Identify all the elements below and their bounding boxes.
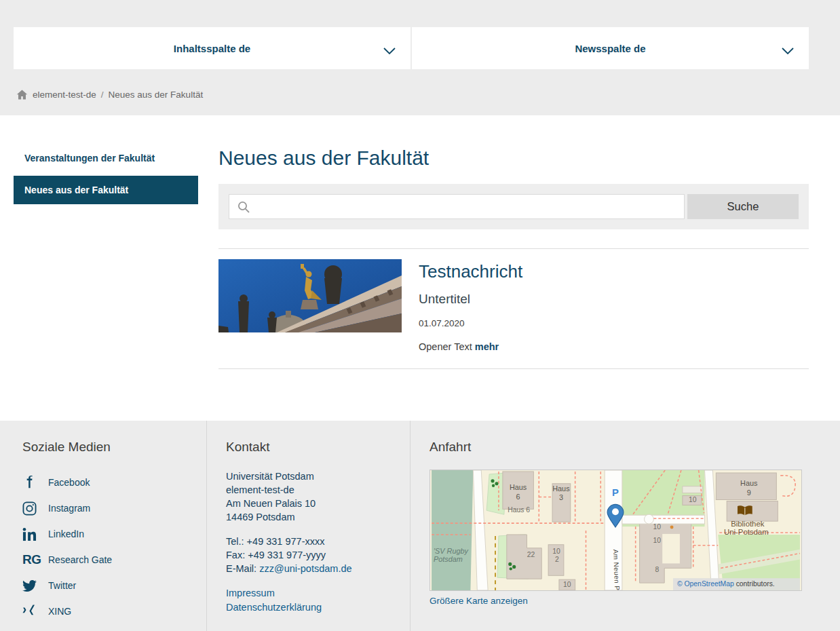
breadcrumb-separator: / [101, 90, 104, 100]
social-label: XING [48, 606, 71, 617]
map-label: Haus [740, 479, 758, 487]
news-item: Testnachricht Untertitel 01.07.2020 Open… [218, 249, 809, 353]
footer-contact-column: Kontakt Universität Potsdam element-test… [207, 421, 411, 631]
privacy-link[interactable]: Datenschutzerklärung [226, 602, 322, 613]
map-heading: Anfahrt [429, 440, 802, 455]
contact-dept: element-test-de [226, 483, 410, 497]
social-label: LinkedIn [48, 529, 84, 539]
facebook-icon [22, 476, 40, 489]
search-field-wrap [229, 194, 685, 219]
attribution-prefix: © [677, 580, 685, 588]
map-label: 9 [747, 489, 751, 497]
accordion-newsspalte[interactable]: Newsspalte de [412, 27, 809, 69]
home-icon[interactable] [16, 90, 28, 100]
breadcrumb-current: Neues aus der Fakultät [109, 90, 204, 100]
social-label: Instagram [48, 503, 90, 514]
attribution-suffix: contributors. [734, 580, 775, 588]
linkedin-icon [22, 527, 40, 541]
footer: Soziale Medien Facebook Instagram [0, 421, 840, 631]
rg-glyph: RG [22, 552, 41, 567]
accordion-inhaltsspalte-label: Inhaltsspalte de [174, 43, 250, 54]
map-label: 10 [689, 496, 697, 503]
social-link-twitter[interactable]: Twitter [22, 573, 206, 598]
contact-fax: Fax: +49 331 977-yyyy [226, 548, 410, 562]
instagram-icon [22, 501, 40, 516]
contact-street: Am Neuen Palais 10 [226, 497, 410, 510]
openstreetmap-canvas: Haus 6 Haus 3 Haus 9 Haus 6 10 10 10 8 2… [430, 470, 801, 590]
attribution-osm-link[interactable]: OpenStreetMap [685, 580, 734, 588]
twitter-icon [22, 579, 40, 593]
contact-email-link[interactable]: zzz@uni-potsdam.de [259, 563, 351, 574]
map-label: 22 [527, 551, 535, 558]
map-label: 2 [555, 556, 559, 563]
news-more-link[interactable]: mehr [475, 341, 499, 352]
contact-email-label: E-Mail: [226, 563, 259, 574]
accordion-newsspalte-label: Newsspalte de [575, 43, 645, 54]
map-street-label: Am Neuen Palais [612, 549, 622, 590]
map-label: 10 [563, 581, 571, 588]
column-accordions: Inhaltsspalte de Newsspalte de [14, 27, 809, 69]
news-opener-text: Opener Text [419, 341, 475, 352]
map-label: Haus 6 [508, 506, 530, 514]
xing-icon [22, 605, 40, 618]
social-label: Twitter [48, 580, 76, 591]
search-icon [237, 200, 250, 214]
map-label: Haus [510, 483, 527, 491]
sidebar-item-veranstaltungen[interactable]: Veranstaltungen der Fakultät [14, 146, 198, 170]
page: Inhaltsspalte de Newsspalte de element-t… [0, 0, 840, 631]
news-title[interactable]: Testnachricht [419, 261, 522, 282]
map-label: 'SV Rugby [434, 547, 469, 555]
breadcrumb: element-test-de / Neues aus der Fakultät [14, 90, 809, 100]
contact-city: 14469 Potsdam [226, 510, 410, 524]
map-label: Potsdam [434, 555, 463, 563]
larger-map-link[interactable]: Größere Karte anzeigen [429, 596, 528, 606]
legal-links: Impressum Datenschutzerklärung [226, 586, 410, 615]
top-zone: Inhaltsspalte de Newsspalte de element-t… [0, 0, 840, 115]
news-date: 01.07.2020 [419, 318, 522, 329]
social-link-facebook[interactable]: Facebook [22, 470, 206, 495]
breadcrumb-home-link[interactable]: element-test-de [33, 90, 96, 100]
sidebar-item-neues[interactable]: Neues aus der Fakultät [14, 176, 198, 204]
social-link-xing[interactable]: XING [22, 598, 206, 624]
sidebar: Veranstaltungen der Fakultät Neues aus d… [14, 146, 198, 421]
social-link-linkedin[interactable]: LinkedIn [22, 521, 206, 547]
map-label: Bibliothek [731, 520, 765, 528]
search-panel: Suche [218, 184, 809, 229]
social-link-researchgate[interactable]: RG Research Gate [22, 547, 206, 573]
footer-map-column: Anfahrt [411, 421, 840, 631]
news-opener: Opener Text mehr [419, 341, 522, 353]
contact-tel: Tel.: +49 331 977-xxxx [226, 535, 410, 548]
map-label: 10 [653, 537, 662, 544]
chevron-down-icon [383, 45, 396, 57]
map-label: Haus [552, 484, 570, 493]
accordion-inhaltsspalte[interactable]: Inhaltsspalte de [14, 27, 411, 69]
divider [218, 368, 809, 369]
news-thumbnail-image[interactable] [218, 259, 402, 332]
contact-phones: Tel.: +49 331 977-xxxx Fax: +49 331 977-… [226, 535, 410, 575]
map-embed[interactable]: Haus 6 Haus 3 Haus 9 Haus 6 10 10 10 8 2… [429, 470, 802, 591]
map-label: 3 [559, 493, 563, 501]
news-subtitle: Untertitel [419, 291, 522, 307]
map-label: 8 [655, 566, 659, 573]
parking-icon: P [612, 487, 619, 498]
chevron-down-icon [782, 45, 794, 57]
search-button[interactable]: Suche [687, 194, 799, 219]
researchgate-icon: RG [22, 552, 40, 567]
map-label: 10 [552, 548, 560, 555]
footer-social-column: Soziale Medien Facebook Instagram [0, 421, 207, 631]
social-label: Facebook [48, 477, 90, 488]
map-label: Uni-Potsdam [724, 528, 769, 536]
map-label: 10 [653, 523, 662, 531]
content: Neues aus der Fakultät Suche [218, 146, 809, 421]
imprint-link[interactable]: Impressum [226, 588, 275, 598]
page-title: Neues aus der Fakultät [218, 146, 809, 170]
contact-heading: Kontakt [226, 440, 410, 455]
contact-email-row: E-Mail: zzz@uni-potsdam.de [226, 562, 410, 575]
search-input[interactable] [229, 195, 684, 218]
main-zone: Veranstaltungen der Fakultät Neues aus d… [0, 115, 840, 421]
news-body: Testnachricht Untertitel 01.07.2020 Open… [419, 259, 522, 353]
contact-address: Universität Potsdam element-test-de Am N… [226, 470, 410, 524]
social-label: Research Gate [48, 554, 112, 565]
map-label: 6 [516, 493, 520, 501]
social-link-instagram[interactable]: Instagram [22, 495, 206, 521]
